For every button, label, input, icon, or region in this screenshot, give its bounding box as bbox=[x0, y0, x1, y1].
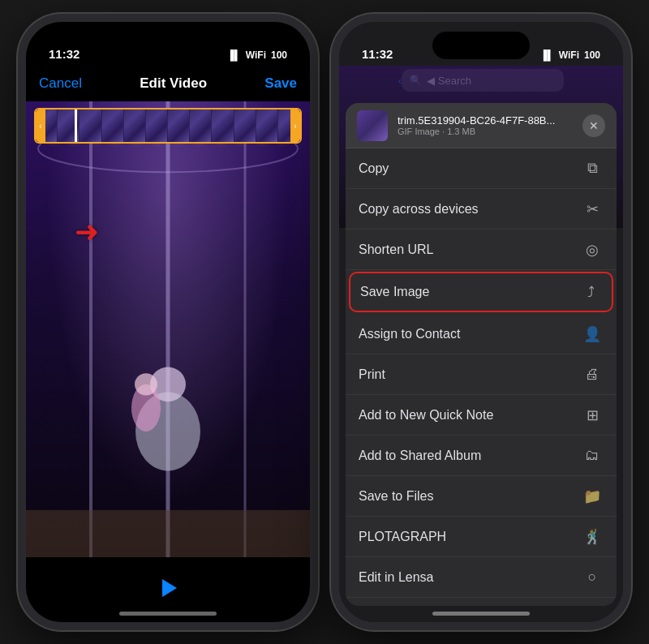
menu-item-plotagraph[interactable]: PLOTAGRAPH🕺 bbox=[346, 517, 617, 557]
share-sheet: trim.5E319904-BC26-4F7F-88B... GIF Image… bbox=[346, 103, 617, 606]
file-info: trim.5E319904-BC26-4F7F-88B... GIF Image… bbox=[398, 114, 573, 136]
menu-list: Copy⧉Copy across devices✂Shorten URL◎Sav… bbox=[346, 148, 617, 606]
home-indicator-2 bbox=[432, 612, 530, 616]
menu-item-icon: 📁 bbox=[581, 485, 604, 508]
signal-icon-2: ▐▌ bbox=[540, 49, 554, 61]
battery-icon-2: 100 bbox=[584, 49, 600, 61]
menu-item-shorten-url[interactable]: Shorten URL◎ bbox=[346, 230, 617, 270]
trim-frame bbox=[168, 109, 190, 142]
menu-item-label: Copy across devices bbox=[359, 202, 581, 217]
menu-item-copy-across-devices[interactable]: Copy across devices✂ bbox=[346, 189, 617, 230]
nav-bar-1: Cancel Edit Video Save bbox=[26, 66, 310, 101]
menu-item-icon: ○ bbox=[581, 566, 604, 589]
menu-item-save-to-files[interactable]: Save to Files📁 bbox=[346, 476, 617, 517]
status-icons-2: ▐▌ WiFi 100 bbox=[540, 49, 600, 61]
menu-item-label: Add to Shared Album bbox=[359, 449, 581, 463]
dynamic-island-2 bbox=[432, 32, 530, 59]
trim-frame bbox=[212, 109, 234, 142]
time-2: 11:32 bbox=[362, 47, 393, 61]
play-button[interactable] bbox=[150, 570, 186, 606]
menu-item-print[interactable]: Print🖨 bbox=[346, 354, 617, 395]
file-name: trim.5E319904-BC26-4F7F-88B... bbox=[398, 114, 573, 127]
video-area: ➜ bbox=[26, 101, 310, 557]
close-icon: ✕ bbox=[589, 119, 599, 132]
trim-frame bbox=[234, 109, 256, 142]
menu-item-copy[interactable]: Copy⧉ bbox=[346, 148, 617, 189]
menu-item-label: Save to Files bbox=[359, 489, 581, 504]
trim-frame bbox=[124, 109, 146, 142]
menu-item-icon: 🖨 bbox=[581, 363, 604, 386]
menu-item-icon: ⤴ bbox=[579, 281, 602, 303]
menu-item-icon: ◎ bbox=[581, 238, 604, 261]
menu-item-label: Add to New Quick Note bbox=[359, 408, 581, 423]
menu-item-add-to-shared-album[interactable]: Add to Shared Album🗂 bbox=[346, 436, 617, 476]
menu-item-icon: ⊞ bbox=[581, 404, 604, 427]
svg-rect-8 bbox=[26, 510, 310, 557]
wifi-icon-2: WiFi bbox=[559, 49, 579, 61]
edit-video-title: Edit Video bbox=[140, 75, 207, 92]
menu-item-label: Edit in Lensa bbox=[359, 570, 581, 585]
menu-item-icon: 🗂 bbox=[581, 444, 604, 467]
file-thumbnail bbox=[357, 110, 388, 141]
trim-handle-left[interactable]: ‹ bbox=[36, 109, 45, 142]
carousel-scene: ➜ bbox=[26, 101, 310, 557]
phone-1: 11:32 ▐▌ WiFi 100 Cancel Edit Video Save bbox=[18, 14, 318, 630]
cancel-button[interactable]: Cancel bbox=[39, 75, 82, 92]
menu-item-label: Assign to Contact bbox=[359, 327, 581, 341]
menu-item-add-to-new-quick-note[interactable]: Add to New Quick Note⊞ bbox=[346, 395, 617, 436]
file-thumb-inner bbox=[357, 110, 388, 141]
phone-2: 11:32 ▐▌ WiFi 100 ‹ 🔍 ◀ Search bbox=[331, 14, 631, 630]
menu-item-label: PLOTAGRAPH bbox=[359, 530, 581, 544]
menu-item-assign-to-contact[interactable]: Assign to Contact👤 bbox=[346, 314, 617, 354]
trim-frame bbox=[80, 109, 101, 142]
menu-item-edit-in-lensa[interactable]: Edit in Lensa○ bbox=[346, 557, 617, 598]
menu-item-icon: 🕺 bbox=[581, 526, 604, 548]
trim-frame bbox=[190, 109, 212, 142]
menu-item-save-image[interactable]: Save Image⤴ bbox=[349, 272, 613, 312]
dynamic-island bbox=[119, 32, 217, 59]
play-triangle-icon bbox=[162, 579, 177, 597]
close-button[interactable]: ✕ bbox=[582, 114, 605, 137]
menu-item-icon: ⧉ bbox=[581, 157, 604, 180]
file-meta: GIF Image · 1.3 MB bbox=[398, 127, 573, 136]
menu-item-icon: 👤 bbox=[581, 323, 604, 346]
menu-item-label: Save Image bbox=[360, 285, 579, 299]
red-arrow: ➜ bbox=[75, 215, 99, 249]
menu-item-label: Print bbox=[359, 367, 581, 382]
trim-bar[interactable]: ‹ › bbox=[34, 101, 302, 150]
time-1: 11:32 bbox=[49, 47, 80, 61]
file-header: trim.5E319904-BC26-4F7F-88B... GIF Image… bbox=[346, 103, 617, 148]
wifi-icon-1: WiFi bbox=[246, 49, 266, 61]
menu-item-icon: ✂ bbox=[581, 198, 604, 221]
status-icons-1: ▐▌ WiFi 100 bbox=[227, 49, 287, 61]
menu-item-label: Copy bbox=[359, 161, 581, 176]
svg-point-7 bbox=[135, 373, 157, 395]
trim-handle-right[interactable]: › bbox=[290, 109, 300, 142]
trim-frame bbox=[146, 109, 168, 142]
phone2-content: 11:32 ▐▌ WiFi 100 ‹ 🔍 ◀ Search bbox=[339, 22, 623, 622]
menu-item-label: Shorten URL bbox=[359, 243, 581, 257]
trim-frame bbox=[102, 109, 124, 142]
trim-track[interactable]: ‹ › bbox=[34, 108, 302, 144]
save-button[interactable]: Save bbox=[264, 75, 297, 92]
carousel-svg bbox=[26, 101, 310, 557]
trim-frame bbox=[256, 109, 278, 142]
trim-playhead bbox=[75, 108, 77, 144]
signal-icon-1: ▐▌ bbox=[227, 49, 241, 61]
home-indicator-1 bbox=[119, 612, 217, 616]
menu-item-print-with-hp-smart[interactable]: Print with HP Smart⊟ bbox=[346, 598, 617, 606]
battery-icon-1: 100 bbox=[271, 49, 287, 61]
phone1-content: 11:32 ▐▌ WiFi 100 Cancel Edit Video Save bbox=[26, 22, 310, 622]
